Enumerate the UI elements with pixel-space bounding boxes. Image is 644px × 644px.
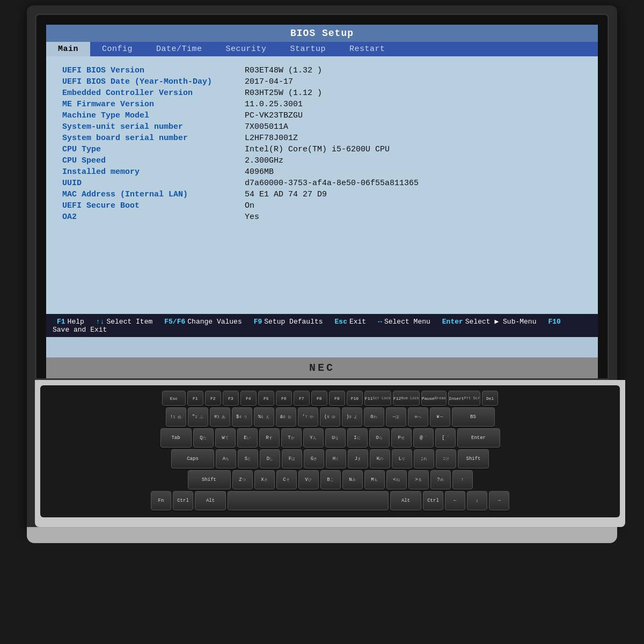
key-f10[interactable]: F10 <box>347 391 363 406</box>
key-8[interactable]: (8 ゆ <box>320 407 340 427</box>
nav-main[interactable]: Main <box>46 42 90 56</box>
key-right[interactable]: → <box>489 491 509 510</box>
key-up[interactable]: ↑ <box>452 470 473 489</box>
key-e[interactable]: Eい <box>237 428 258 448</box>
nav-config[interactable]: Config <box>90 42 144 56</box>
key-f[interactable]: Fは <box>282 449 302 469</box>
key-l[interactable]: Lり <box>392 449 412 469</box>
key-caps[interactable]: Caps <box>171 449 214 469</box>
key-c[interactable]: Cそ <box>276 470 297 489</box>
key-9[interactable]: )9 よ <box>342 407 362 427</box>
key-comma[interactable]: <ね <box>386 470 407 489</box>
key-f9[interactable]: F9 <box>329 391 345 406</box>
key-r[interactable]: Rす <box>259 428 280 448</box>
key-ctrl-l[interactable]: Ctrl <box>173 491 193 510</box>
key-t[interactable]: Tか <box>281 428 302 448</box>
key-f1[interactable]: F1 <box>187 391 203 406</box>
key-a[interactable]: Aち <box>216 449 236 469</box>
key-f4[interactable]: F4 <box>240 391 257 406</box>
key-z[interactable]: Zつ <box>232 470 253 489</box>
key-minus[interactable]: −ほ <box>386 407 406 427</box>
key-0[interactable]: 0わ <box>364 407 384 427</box>
key-insert[interactable]: InsertPrt Scr <box>448 391 480 406</box>
bios-info-row: UEFI BIOS Date (Year-Month-Day) 2017-04-… <box>62 77 582 86</box>
key-period[interactable]: >る <box>408 470 429 489</box>
key-enter[interactable]: Enter <box>457 428 500 448</box>
key-f2[interactable]: F2 <box>205 391 221 406</box>
bios-info-row: MAC Address (Internal LAN) 54 E1 AD 74 2… <box>62 190 582 199</box>
key-slash[interactable]: ?め <box>430 470 451 489</box>
key-fn[interactable]: Fn <box>151 491 171 510</box>
label-system-board-serial: System board serial number <box>62 134 245 143</box>
key-j[interactable]: Jま <box>348 449 368 469</box>
key-backspace[interactable]: BS <box>452 407 495 427</box>
key-f6[interactable]: F6 <box>276 391 292 406</box>
key-q[interactable]: Qた <box>193 428 214 448</box>
key-p[interactable]: Pせ <box>391 428 412 448</box>
label-mac-address: MAC Address (Internal LAN) <box>62 190 245 199</box>
key-shift-l[interactable]: Shift <box>188 470 231 489</box>
key-f3[interactable]: F3 <box>223 391 239 406</box>
key-f11[interactable]: F11Scr Lock <box>364 391 391 406</box>
key-g[interactable]: Gき <box>304 449 324 469</box>
key-m[interactable]: Mも <box>364 470 385 489</box>
bios-info-row: System-unit serial number 7X005011A <box>62 122 582 131</box>
key-5[interactable]: %5 え <box>254 407 274 427</box>
key-d[interactable]: Dし <box>260 449 280 469</box>
bios-info-row: UEFI BIOS Version R03ET48W (1.32 ) <box>62 66 582 75</box>
key-pause[interactable]: PauseBreak <box>421 391 447 406</box>
key-colon[interactable]: :け <box>436 449 456 469</box>
key-w[interactable]: Wて <box>215 428 236 448</box>
nav-datetime[interactable]: Date/Time <box>144 42 214 56</box>
keyboard-fn-row: Esc F1 F2 F3 F4 F5 F6 F7 F8 F9 F10 F11Sc… <box>45 391 616 406</box>
key-7[interactable]: '7 や <box>298 407 318 427</box>
key-4[interactable]: $4 う <box>232 407 252 427</box>
nav-restart[interactable]: Restart <box>338 42 397 56</box>
key-3[interactable]: #3 あ <box>210 407 230 427</box>
key-i[interactable]: Iに <box>347 428 368 448</box>
key-alt-l[interactable]: Alt <box>195 491 226 510</box>
key-bracket-open[interactable]: [゜ <box>435 428 456 448</box>
value-cpu-speed: 2.300GHz <box>245 156 283 165</box>
key-u[interactable]: Uな <box>325 428 346 448</box>
key-1[interactable]: !1 ぬ <box>166 407 186 427</box>
key-shift-r2[interactable]: Shift <box>458 449 489 469</box>
footer-key-f9: F9 <box>254 318 262 326</box>
key-delete[interactable]: Del <box>482 391 498 406</box>
key-f7[interactable]: F7 <box>294 391 310 406</box>
key-f12[interactable]: F12Num Lock <box>393 391 420 406</box>
key-h[interactable]: Hく <box>326 449 346 469</box>
bios-info-row: System board serial number L2HF78J001Z <box>62 134 582 143</box>
nav-startup[interactable]: Startup <box>279 42 338 56</box>
label-uefi-secure-boot: UEFI Secure Boot <box>62 201 245 210</box>
key-b[interactable]: Bこ <box>320 470 341 489</box>
key-y[interactable]: Yん <box>303 428 324 448</box>
key-yen[interactable]: ¥ー <box>430 407 450 427</box>
key-left[interactable]: ← <box>445 491 465 510</box>
key-x[interactable]: Xさ <box>254 470 275 489</box>
key-space[interactable] <box>228 491 389 510</box>
key-esc[interactable]: Esc <box>162 391 186 406</box>
value-system-board-serial: L2HF78J001Z <box>245 134 298 143</box>
value-uefi-bios-date: 2017-04-17 <box>245 77 293 86</box>
key-o[interactable]: Oら <box>369 428 390 448</box>
key-semicolon[interactable]: ;れ <box>414 449 434 469</box>
key-6[interactable]: &6 お <box>276 407 296 427</box>
nav-security[interactable]: Security <box>214 42 279 56</box>
key-ctrl-r[interactable]: Ctrl <box>423 491 443 510</box>
key-down[interactable]: ↓ <box>467 491 487 510</box>
value-machine-type: PC-VK23TBZGU <box>245 111 303 120</box>
key-alt-r[interactable]: Alt <box>390 491 421 510</box>
key-f8[interactable]: F8 <box>311 391 327 406</box>
key-f5[interactable]: F5 <box>258 391 274 406</box>
key-tab[interactable]: Tab <box>160 428 192 448</box>
key-v[interactable]: Vひ <box>298 470 319 489</box>
key-n[interactable]: Nみ <box>342 470 363 489</box>
value-uefi-secure-boot: On <box>245 201 254 210</box>
key-2[interactable]: "2 ふ <box>188 407 208 427</box>
key-k[interactable]: Kの <box>370 449 390 469</box>
bios-info-row: Embedded Controller Version R03HT25W (1.… <box>62 89 582 98</box>
key-at[interactable]: @゛ <box>413 428 434 448</box>
key-equal[interactable]: =へ <box>408 407 428 427</box>
key-s[interactable]: Sと <box>238 449 258 469</box>
